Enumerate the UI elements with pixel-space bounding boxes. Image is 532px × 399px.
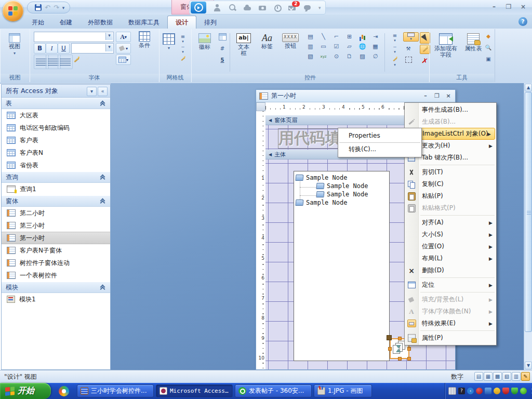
- chat-icon[interactable]: [303, 4, 312, 12]
- nav-item-form[interactable]: 客户表N子窗体: [2, 244, 110, 257]
- nav-item-module[interactable]: 模块1: [2, 293, 110, 305]
- fill-color-button[interactable]: ▾: [116, 43, 131, 54]
- option-group-icon[interactable]: ⊞: [343, 32, 355, 41]
- line-style-button[interactable]: ┄▾: [178, 44, 188, 53]
- taskbar-item-paint[interactable]: 1.JPG - 画图: [314, 384, 372, 397]
- nav-item-form-selected[interactable]: 第一小时: [2, 232, 110, 244]
- line-type-button[interactable]: ┄▾: [388, 44, 402, 53]
- taskbar-item-forum-post[interactable]: 发表帖子 - 360安...: [235, 384, 312, 397]
- nav-section-modules[interactable]: 模块: [2, 282, 110, 293]
- listbox-icon[interactable]: ▥: [304, 42, 316, 51]
- scroll-down-icon[interactable]: ▼: [525, 362, 532, 369]
- nav-collapse-icon[interactable]: «: [98, 87, 108, 96]
- tab-arrange[interactable]: 排列: [196, 16, 224, 29]
- qqbar-more-icon[interactable]: ▾: [318, 5, 321, 10]
- submenu-item-convert[interactable]: 转换(C)...: [339, 143, 420, 156]
- help-icon[interactable]: ?: [518, 17, 527, 26]
- restore-button[interactable]: ❐: [504, 3, 513, 10]
- collapse-chevron-icon[interactable]: [101, 285, 105, 289]
- layout-view-button[interactable]: ▥: [512, 372, 521, 381]
- property-sheet-button[interactable]: 属性表: [461, 33, 485, 52]
- nav-item-table[interactable]: 电话区号邮政编码: [2, 122, 110, 134]
- nav-item-table[interactable]: 省份表: [2, 159, 110, 171]
- hyperlink-icon[interactable]: 🌐: [356, 42, 368, 51]
- minimize-button[interactable]: –: [489, 3, 499, 10]
- rectangle-icon[interactable]: ▭: [317, 42, 329, 51]
- menu-item-layout[interactable]: 布局(L)▶: [405, 252, 496, 264]
- menu-item-align[interactable]: 对齐(A)▶: [405, 217, 496, 229]
- taskbar-item-access[interactable]: Microsoft Access...: [156, 384, 233, 397]
- nav-item-table[interactable]: 客户表N: [2, 147, 110, 159]
- alternate-fill-button[interactable]: ▾: [116, 55, 131, 65]
- command-button[interactable]: XXXX 按钮: [280, 33, 301, 49]
- menu-item-special-effect[interactable]: 特殊效果(E)▶: [405, 317, 496, 329]
- combobox-icon[interactable]: ▤: [304, 32, 316, 41]
- tab-design[interactable]: 设计: [167, 16, 196, 29]
- datasheet-view-button[interactable]: ▦: [484, 372, 493, 381]
- design-view-button[interactable]: ✎: [521, 372, 530, 381]
- nav-section-queries[interactable]: 查询: [2, 171, 110, 183]
- tab-home[interactable]: 开始: [24, 16, 52, 29]
- page-break-icon[interactable]: 🗋: [343, 52, 355, 61]
- set-defaults-button[interactable]: ⚒: [403, 44, 414, 53]
- screenshot-icon[interactable]: [258, 4, 267, 12]
- menu-item-anchoring[interactable]: 定位▶: [405, 279, 496, 291]
- move-handle[interactable]: [387, 335, 392, 340]
- line-weight-button[interactable]: ≡▾: [178, 33, 188, 43]
- nav-section-tables[interactable]: 表: [2, 98, 110, 109]
- tab-control-icon[interactable]: ⌐: [330, 32, 342, 41]
- attachment-icon[interactable]: ∅: [369, 52, 381, 61]
- resize-handle[interactable]: [407, 347, 411, 351]
- nav-item-table[interactable]: 客户表: [2, 134, 110, 147]
- nav-item-form[interactable]: 第二小时: [2, 207, 110, 219]
- option-button-icon[interactable]: ⊙: [330, 52, 342, 61]
- nav-item-form[interactable]: 第三小时: [2, 219, 110, 232]
- pivottable-view-button[interactable]: ▩: [493, 372, 502, 381]
- tray-collapse-icon[interactable]: ‹: [467, 388, 474, 394]
- menu-item-size[interactable]: 大小(S)▶: [405, 229, 496, 241]
- menu-item-copy[interactable]: 复制(C): [405, 178, 496, 190]
- qq-player-icon[interactable]: [191, 2, 206, 14]
- tab-create[interactable]: 创建: [52, 16, 80, 29]
- select-all-button[interactable]: [403, 55, 414, 64]
- view-dropdown-icon[interactable]: ▾: [14, 51, 16, 56]
- nav-dropdown-icon[interactable]: ▾: [87, 87, 97, 96]
- start-button[interactable]: 开始: [0, 383, 51, 399]
- treeview-control[interactable]: Sample Node Sample Node Sample Node Samp…: [294, 171, 390, 361]
- select-pointer-button[interactable]: [420, 32, 430, 44]
- textbox-button[interactable]: ab| 文本框: [233, 33, 255, 57]
- collapse-chevron-icon[interactable]: [101, 175, 105, 179]
- nav-header[interactable]: 所有 Access 对象 ▾ «: [2, 85, 110, 98]
- mail-icon[interactable]: 2: [288, 4, 297, 12]
- tree-node[interactable]: Sample Node: [296, 199, 347, 206]
- unbound-frame-icon[interactable]: ▱: [343, 42, 355, 51]
- menu-item-paste[interactable]: 粘贴(P): [405, 190, 496, 202]
- ruler-corner[interactable]: [256, 102, 265, 111]
- menu-item-cut[interactable]: 剪切(T): [405, 166, 496, 178]
- qat-more-icon[interactable]: ▾: [62, 5, 65, 10]
- tray-player-icon[interactable]: [476, 388, 483, 394]
- ime-help-icon[interactable]: ?: [458, 388, 465, 394]
- tree-node[interactable]: Sample Node: [316, 191, 368, 198]
- undo-icon[interactable]: ↶: [45, 4, 50, 11]
- designer-close-icon[interactable]: ×: [445, 92, 452, 99]
- logo-button[interactable]: 徽标: [194, 33, 215, 50]
- convert-macros-button[interactable]: ▣: [483, 54, 494, 63]
- label-button[interactable]: Aa 标签: [257, 33, 277, 50]
- keyboard-icon[interactable]: [448, 387, 456, 395]
- menu-item-event-builder[interactable]: 事件生成器(B)...: [405, 104, 496, 116]
- xyz-icon[interactable]: xyz: [317, 52, 329, 61]
- header-label-control[interactable]: 用代码填: [278, 128, 345, 149]
- resize-handle[interactable]: [398, 337, 402, 340]
- office-button[interactable]: [3, 1, 23, 21]
- clock-icon[interactable]: [273, 4, 282, 12]
- collapse-chevron-icon[interactable]: [101, 101, 105, 105]
- search-icon[interactable]: [228, 4, 236, 12]
- resize-handle[interactable]: [407, 357, 411, 361]
- menu-item-position[interactable]: 位置(O)▶: [405, 241, 496, 252]
- pivotchart-view-button[interactable]: ▧: [502, 372, 511, 381]
- designer-minimize-icon[interactable]: –: [422, 92, 429, 99]
- line-icon[interactable]: ╲: [317, 32, 329, 41]
- collapse-chevron-icon[interactable]: [101, 199, 105, 203]
- cloud-icon[interactable]: [243, 4, 251, 12]
